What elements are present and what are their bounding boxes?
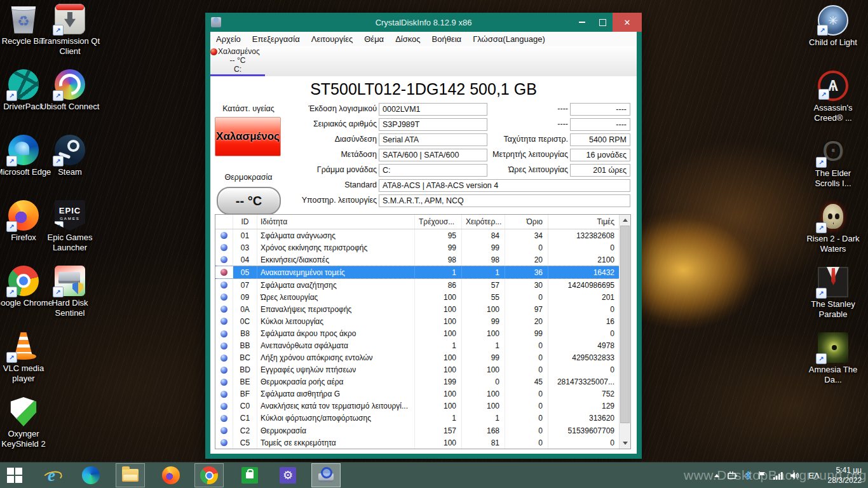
desktop-icon-label: The Elder Scrolls I... — [803, 168, 864, 189]
close-button[interactable]: ✕ — [613, 13, 642, 32]
table-row[interactable]: C1 Κύκλοι φόρτωσης/αποφόρτωσης 1 1 0 313… — [215, 412, 620, 424]
table-row[interactable]: BC Λήξη χρόνου απόκρισης εντολών 100 99 … — [215, 352, 620, 364]
desktop-icon[interactable]: Ubisoft Connect — [39, 69, 100, 135]
menu-bar: ΑρχείοΕπεξεργασίαΛειτουργίεςΘέμαΔίσκοςΒο… — [210, 32, 637, 47]
features-value: S.M.A.R.T., APM, NCQ — [379, 194, 630, 207]
table-row[interactable]: C5 Τομείς σε εκκρεμότητα 100 81 0 0 — [215, 437, 620, 449]
current-column-header[interactable]: Τρέχουσ... — [415, 215, 462, 229]
battery-icon[interactable] — [728, 471, 738, 480]
taskbar-firefox[interactable] — [156, 463, 186, 488]
maximize-button[interactable] — [592, 13, 613, 32]
table-row[interactable]: 03 Χρόνος εκκίνησης περιστροφής 99 99 0 … — [215, 241, 620, 254]
desktop-icon[interactable]: The Stanley Parable — [803, 267, 864, 332]
table-row[interactable]: B8 Σφάλματα άκρου προς άκρο 100 100 99 0 — [215, 328, 620, 340]
desktop-icon[interactable]: Child of Light — [803, 5, 864, 71]
minimize-button[interactable] — [572, 13, 592, 32]
temperature-label: Θερμοκρασία — [210, 173, 287, 182]
menu-item[interactable]: Θέμα — [358, 34, 390, 44]
desktop-icon[interactable]: VLC media player — [0, 331, 54, 396]
firmware-value: 0002LVM1 — [379, 103, 487, 116]
attribute-id-cell: 01 — [233, 229, 257, 241]
desktop-icon-label: Firefox — [11, 233, 36, 243]
menu-item[interactable]: Δίσκος — [390, 34, 426, 44]
network-flag-icon[interactable] — [758, 471, 766, 480]
desktop-icon[interactable]: Assassin's Creed® ... — [803, 71, 864, 136]
current-value-cell: 157 — [415, 424, 462, 437]
table-row[interactable]: C0 Ανακλήσεις κατά τον τερματισμό λειτου… — [215, 400, 620, 412]
current-value-cell: 95 — [415, 229, 462, 241]
desktop-icon-label: Risen 2 - Dark Waters — [803, 234, 864, 254]
desktop-icon-label: Oxynger KeyShield 2 — [0, 429, 54, 449]
table-row[interactable]: 09 Ώρες λειτουργίας 100 55 0 201 — [215, 291, 620, 303]
desktop-icon[interactable]: Risen 2 - Dark Waters — [803, 201, 864, 267]
desktop-icon[interactable]: Transmission Qt Client — [39, 4, 100, 69]
attribute-column-header[interactable]: Ιδιότητα — [257, 215, 415, 229]
worst-column-header[interactable]: Χειρότερ... — [462, 215, 505, 229]
current-value-cell: 100 — [415, 364, 462, 376]
disk-model-title: ST500LT012-1DG142 500,1 GB — [210, 80, 637, 98]
standard-value: ATA8-ACS | ATA8-ACS version 4 — [379, 179, 630, 192]
current-value-cell: 100 — [415, 303, 462, 315]
volume-icon[interactable] — [790, 471, 800, 480]
taskbar-settings[interactable]: ⚙ — [273, 463, 302, 488]
taskbar-edge[interactable] — [76, 463, 105, 488]
table-row[interactable]: BD Εγγραφές υψηλών πτήσεων 100 100 0 0 — [215, 364, 620, 376]
taskbar-crystaldiskinfo[interactable] — [311, 463, 341, 487]
menu-item[interactable]: Επεξεργασία — [247, 34, 306, 44]
taskbar-chrome[interactable] — [194, 463, 224, 487]
raw-values-column-header[interactable]: Τιμές — [548, 215, 620, 229]
scrollbar-thumb[interactable] — [620, 226, 630, 423]
drive-tab[interactable]: Χαλασμένος -- °C C: — [210, 48, 265, 74]
table-row[interactable]: 01 Σφάλματα ανάγνωσης 95 84 34 132382608 — [215, 229, 620, 241]
desktop-icon[interactable]: Steam — [39, 135, 100, 200]
menu-item[interactable]: Λειτουργίες — [306, 34, 359, 44]
table-row[interactable]: 0A Επαναλήψεις περιστροφής 100 100 97 0 — [215, 303, 620, 315]
scrollbar-up-icon[interactable] — [620, 215, 630, 226]
health-status-button[interactable]: Χαλασμένος — [215, 117, 281, 156]
menu-item[interactable]: Αρχείο — [210, 34, 247, 44]
threshold-value-cell: 0 — [505, 437, 548, 449]
threshold-column-header[interactable]: Όριο — [505, 215, 548, 229]
table-body: 01 Σφάλματα ανάγνωσης 95 84 34 132382608… — [215, 229, 620, 449]
desktop-icon[interactable]: Amnesia The Da... — [803, 332, 864, 398]
bluetooth-icon[interactable] — [745, 471, 751, 480]
table-row[interactable]: BB Ανεπανόρθωτα σφάλματα 1 1 0 4978 — [215, 340, 620, 352]
table-row[interactable]: 0C Κύκλοι λειτουργίας 100 99 20 16 — [215, 315, 620, 327]
taskbar-store[interactable] — [235, 463, 264, 488]
vertical-scrollbar[interactable] — [619, 215, 630, 449]
taskbar-clock[interactable]: 5:41 μμ 28/3/2022 — [828, 465, 862, 485]
start-button[interactable] — [0, 463, 29, 488]
table-row[interactable]: BE Θερμοκρασία ροής αέρα 199 0 45 281473… — [215, 376, 620, 388]
desktop-icon-image — [8, 4, 39, 34]
desktop-icon[interactable]: Hard Disk Sentinel — [39, 266, 100, 331]
table-row[interactable]: BF Σφάλματα αισθητήρα G 100 100 0 752 — [215, 388, 620, 400]
attribute-id-cell: 07 — [233, 279, 257, 291]
scrollbar-down-icon[interactable] — [620, 438, 630, 449]
taskbar-file-explorer[interactable] — [116, 463, 145, 487]
desktop-icon-label: Steam — [58, 167, 82, 177]
title-bar[interactable]: CrystalDiskInfo 8.12.9 x86 ✕ — [205, 13, 642, 32]
desktop-icon[interactable]: Oxynger KeyShield 2 — [0, 396, 54, 462]
table-row[interactable]: 05 Ανακατανεμημένοι τομείς 1 1 36 16432 — [215, 266, 620, 279]
language-indicator[interactable]: ΕΛ — [807, 471, 820, 480]
taskbar-internet-explorer[interactable]: e — [37, 463, 66, 488]
desktop-icon[interactable]: The Elder Scrolls I... — [803, 136, 864, 201]
temperature-button[interactable]: -- °C — [217, 187, 281, 215]
menu-item[interactable]: Γλώσσα(Language) — [467, 34, 551, 44]
desktop-icon-image — [818, 136, 848, 166]
menu-item[interactable]: Βοήθεια — [426, 34, 468, 44]
attribute-id-cell: 09 — [233, 291, 257, 303]
crystaldiskinfo-window: CrystalDiskInfo 8.12.9 x86 ✕ ΑρχείοΕπεξε… — [205, 13, 642, 459]
tray-expand-arrow-icon[interactable] — [713, 472, 721, 478]
current-value-cell: 100 — [415, 388, 462, 400]
attribute-name-cell: Επαναλήψεις περιστροφής — [257, 303, 415, 315]
signal-bars-icon[interactable] — [773, 471, 783, 480]
current-value-cell: 100 — [415, 291, 462, 303]
desktop-icon[interactable]: Epic Games Launcher — [39, 200, 100, 266]
desktop-icon-label: DriverPack — [3, 102, 44, 112]
status-column-header[interactable] — [215, 215, 233, 229]
table-row[interactable]: 04 Εκκινήσεις/διακοπές 98 98 20 2100 — [215, 254, 620, 266]
id-column-header[interactable]: ID — [233, 215, 257, 229]
table-row[interactable]: C2 Θερμοκρασία 157 168 0 51539607709 — [215, 424, 620, 437]
table-row[interactable]: 07 Σφάλματα αναζήτησης 86 57 30 14240986… — [215, 279, 620, 291]
